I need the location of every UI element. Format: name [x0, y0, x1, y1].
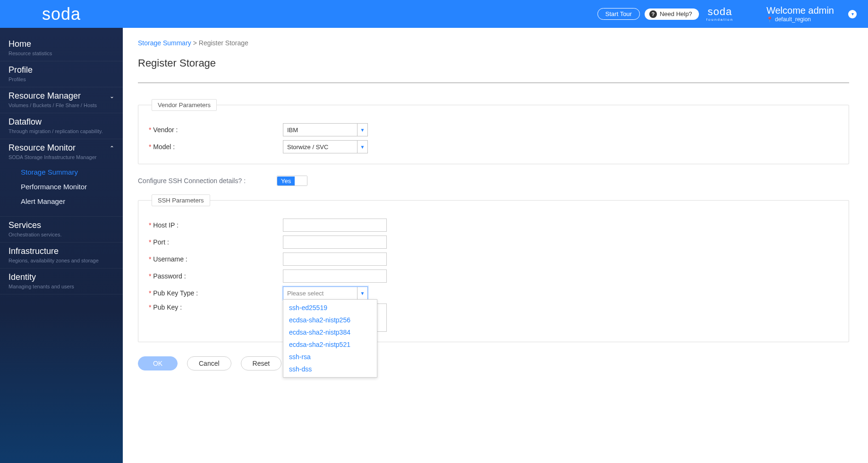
- cancel-button[interactable]: Cancel: [187, 356, 231, 370]
- model-select-value: Storwize / SVC: [287, 143, 328, 151]
- main-content: Storage Summary > Register Storage Regis…: [123, 28, 868, 463]
- resource-monitor-subnav: Storage Summary Performance Monitor Aler…: [9, 160, 114, 211]
- ssh-toggle-row: Configure SSH Connection details? : Yes: [138, 176, 849, 186]
- sidebar-item-profile[interactable]: Profile Profiles: [0, 61, 123, 87]
- app-header: soda Start Tour ? Need Help? soda founda…: [0, 0, 868, 28]
- nav-infrastructure-sub: Regions, availability zones and storage: [9, 258, 114, 263]
- username-input[interactable]: [283, 253, 387, 266]
- region-text: default_region: [775, 16, 811, 23]
- need-help-label: Need Help?: [660, 10, 692, 17]
- pub-key-type-select[interactable]: Please select ▼ ssh-ed25519 ecdsa-sha2-n…: [283, 286, 368, 300]
- pub-key-type-placeholder: Please select: [287, 290, 323, 297]
- option-ecdsa-sha2-nistp384[interactable]: ecdsa-sha2-nistp384: [283, 326, 377, 338]
- reset-button[interactable]: Reset: [241, 356, 282, 370]
- dropdown-arrow-icon: ▼: [357, 287, 367, 299]
- vendor-select-value: IBM: [287, 126, 298, 134]
- start-tour-button[interactable]: Start Tour: [597, 8, 640, 20]
- nav-profile-sub: Profiles: [9, 76, 114, 82]
- ssh-toggle-value: Yes: [277, 177, 295, 185]
- chevron-up-icon: ⌃: [110, 145, 114, 152]
- ok-button[interactable]: OK: [138, 356, 178, 370]
- nav-identity-sub: Managing tenants and users: [9, 284, 114, 289]
- option-ssh-ed25519[interactable]: ssh-ed25519: [283, 302, 377, 314]
- port-row: Port :: [149, 234, 838, 251]
- ssh-parameters-panel: SSH Parameters Host IP : Port : Username…: [138, 194, 849, 342]
- logo: soda: [0, 0, 123, 28]
- port-label: Port :: [149, 238, 283, 246]
- subnav-performance-monitor[interactable]: Performance Monitor: [21, 179, 114, 194]
- nav-infrastructure-title: Infrastructure: [9, 246, 59, 256]
- nav-home-title: Home: [9, 39, 31, 49]
- nav-profile-title: Profile: [9, 65, 33, 75]
- breadcrumb-root-link[interactable]: Storage Summary: [138, 39, 191, 47]
- switch-handle: [295, 176, 307, 185]
- pub-key-type-row: Pub Key Type : Please select ▼ ssh-ed255…: [149, 285, 838, 302]
- pub-key-label: Pub Key :: [149, 303, 283, 311]
- nav-identity-title: Identity: [9, 272, 36, 282]
- foundation-logo: soda foundation: [706, 7, 733, 22]
- vendor-select[interactable]: IBM ▼: [283, 123, 368, 136]
- dropdown-arrow-icon: ▼: [357, 141, 367, 153]
- sidebar-item-infrastructure[interactable]: Infrastructure Regions, availability zon…: [0, 243, 123, 269]
- password-row: Password :: [149, 268, 838, 285]
- title-divider: [138, 83, 849, 83]
- pub-key-type-label: Pub Key Type :: [149, 289, 283, 297]
- need-help-button[interactable]: ? Need Help?: [645, 8, 699, 20]
- ssh-toggle-switch[interactable]: Yes: [277, 176, 307, 186]
- pub-key-type-options-panel: ssh-ed25519 ecdsa-sha2-nistp256 ecdsa-sh…: [283, 299, 377, 378]
- option-ecdsa-sha2-nistp256[interactable]: ecdsa-sha2-nistp256: [283, 314, 377, 326]
- model-select[interactable]: Storwize / SVC ▼: [283, 140, 368, 153]
- foundation-bottom: foundation: [706, 18, 733, 22]
- form-footer: OK Cancel Reset: [138, 356, 849, 370]
- vendor-label: Vendor :: [149, 126, 283, 134]
- subnav-alert-manager[interactable]: Alert Manager: [21, 194, 114, 209]
- nav-resource-monitor-sub: SODA Storage Infrastructure Manager: [9, 154, 114, 160]
- password-label: Password :: [149, 272, 283, 280]
- port-input[interactable]: [283, 236, 387, 249]
- nav-resource-manager-sub: Volumes / Buckets / File Share / Hosts: [9, 102, 114, 108]
- host-ip-input[interactable]: [283, 219, 387, 232]
- nav-resource-manager-title: Resource Manager: [9, 91, 81, 101]
- option-ssh-rsa[interactable]: ssh-rsa: [283, 351, 377, 363]
- option-ecdsa-sha2-nistp521[interactable]: ecdsa-sha2-nistp521: [283, 338, 377, 351]
- model-label: Model :: [149, 143, 283, 151]
- pin-icon: 📍: [766, 17, 773, 23]
- host-ip-label: Host IP :: [149, 221, 283, 229]
- sidebar-item-home[interactable]: Home Resource statistics: [0, 35, 123, 61]
- nav-resource-monitor-title: Resource Monitor: [9, 143, 76, 153]
- dropdown-arrow-icon: ▼: [357, 124, 367, 136]
- ssh-toggle-label: Configure SSH Connection details? :: [138, 177, 277, 185]
- sidebar-item-services[interactable]: Services Orchestration services.: [0, 216, 123, 243]
- vendor-row: Vendor : IBM ▼: [149, 121, 838, 138]
- host-ip-row: Host IP :: [149, 217, 838, 234]
- sidebar-item-dataflow[interactable]: Dataflow Through migration / replication…: [0, 113, 123, 139]
- nav-home-sub: Resource statistics: [9, 51, 114, 56]
- page-title: Register Storage: [138, 57, 849, 69]
- user-menu-toggle[interactable]: ▾: [848, 10, 857, 18]
- option-ssh-dss[interactable]: ssh-dss: [283, 363, 377, 375]
- welcome-text: Welcome admin: [766, 5, 834, 16]
- nav-dataflow-sub: Through migration / replication capabili…: [9, 128, 114, 134]
- breadcrumb-current: Register Storage: [199, 39, 248, 47]
- chevron-down-icon: ⌄: [110, 93, 114, 100]
- sidebar-item-resource-manager[interactable]: Resource Manager ⌄ Volumes / Buckets / F…: [0, 87, 123, 113]
- logo-text: soda: [42, 4, 81, 24]
- welcome-block: Welcome admin 📍 default_region: [766, 5, 834, 23]
- subnav-storage-summary[interactable]: Storage Summary: [21, 165, 114, 179]
- username-row: Username :: [149, 251, 838, 268]
- password-input[interactable]: [283, 269, 387, 283]
- sidebar-item-resource-monitor[interactable]: Resource Monitor ⌃ SODA Storage Infrastr…: [0, 139, 123, 216]
- vendor-panel-legend: Vendor Parameters: [152, 99, 217, 111]
- model-row: Model : Storwize / SVC ▼: [149, 138, 838, 155]
- foundation-top: soda: [706, 7, 733, 17]
- region-row: 📍 default_region: [766, 16, 834, 23]
- ssh-panel-legend: SSH Parameters: [152, 194, 210, 206]
- app-shell: Home Resource statistics Profile Profile…: [0, 28, 868, 463]
- nav-services-sub: Orchestration services.: [9, 232, 114, 237]
- vendor-parameters-panel: Vendor Parameters Vendor : IBM ▼ Model :…: [138, 99, 849, 164]
- breadcrumb: Storage Summary > Register Storage: [138, 39, 849, 47]
- nav-services-title: Services: [9, 220, 41, 230]
- breadcrumb-separator: >: [193, 39, 199, 47]
- sidebar-item-identity[interactable]: Identity Managing tenants and users: [0, 269, 123, 295]
- question-icon: ?: [649, 10, 657, 18]
